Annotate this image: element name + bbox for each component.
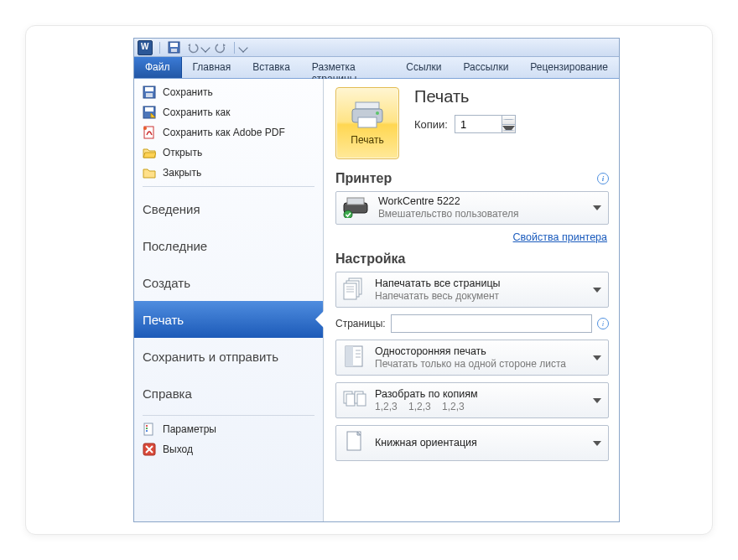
- copies-input[interactable]: [455, 115, 502, 133]
- sidebar-label: Сохранить: [163, 86, 213, 98]
- sidebar-label: Параметры: [163, 423, 216, 435]
- sidebar-open[interactable]: Открыть: [134, 143, 323, 163]
- tab-pagelayout[interactable]: Разметка страницы: [301, 57, 395, 78]
- svg-rect-29: [346, 346, 353, 366]
- svg-rect-5: [146, 93, 153, 97]
- sides-selector[interactable]: Односторонняя печать Печатать только на …: [335, 340, 609, 376]
- pages-label: Страницы:: [335, 318, 386, 329]
- sidebar-share[interactable]: Сохранить и отправить: [134, 338, 323, 375]
- save-icon: [143, 86, 156, 99]
- sidebar-label: Сохранить как Adobe PDF: [163, 127, 285, 138]
- sidebar-recent[interactable]: Последние: [134, 227, 323, 264]
- tab-file[interactable]: Файл: [134, 57, 182, 78]
- ribbon-tabs: Файл Главная Вставка Разметка страницы С…: [134, 57, 619, 79]
- chevron-down-icon: [593, 441, 601, 446]
- pages-input[interactable]: [391, 314, 592, 333]
- print-panel: Печать Печать Копии:: [324, 79, 619, 521]
- printer-properties-link[interactable]: Свойства принтера: [335, 231, 607, 243]
- tab-review[interactable]: Рецензирование: [519, 57, 619, 78]
- sidebar-label: Сохранить как: [163, 106, 230, 118]
- print-button-label: Печать: [351, 134, 383, 146]
- svg-rect-11: [146, 425, 148, 427]
- undo-icon[interactable]: [185, 41, 199, 54]
- svg-rect-15: [356, 102, 379, 109]
- svg-rect-36: [357, 394, 366, 406]
- quick-access-toolbar: [134, 39, 619, 57]
- sidebar-help[interactable]: Справка: [134, 375, 323, 412]
- sidebar-savepdf[interactable]: Сохранить как Adobe PDF: [134, 122, 323, 143]
- save-icon[interactable]: [167, 41, 180, 54]
- tab-home[interactable]: Главная: [182, 57, 242, 78]
- svg-rect-2: [171, 49, 177, 52]
- options-icon: [143, 423, 156, 436]
- pdf-icon: [143, 126, 156, 139]
- word-app-icon: [138, 40, 153, 55]
- sidebar-exit[interactable]: Выход: [134, 439, 323, 459]
- open-folder-icon: [143, 146, 156, 159]
- redo-icon[interactable]: [214, 41, 227, 54]
- printer-section-header: Принтер: [335, 171, 392, 186]
- chevron-down-icon: [593, 205, 601, 210]
- sidebar-save[interactable]: Сохранить: [134, 82, 323, 102]
- printer-status-icon: [341, 196, 370, 220]
- svg-point-9: [143, 127, 147, 130]
- svg-rect-13: [146, 430, 148, 432]
- sidebar-label: Выход: [163, 443, 193, 455]
- copies-down-button[interactable]: [502, 125, 515, 133]
- print-title: Печать: [414, 87, 516, 106]
- copies-up-button[interactable]: [502, 116, 515, 125]
- portrait-icon: [341, 429, 366, 457]
- print-range-selector[interactable]: Напечатать все страницы Напечатать весь …: [335, 272, 609, 308]
- svg-rect-7: [145, 107, 153, 111]
- printer-name: WorkCentre 5222: [378, 195, 518, 208]
- copies-spinner[interactable]: [455, 115, 516, 133]
- exit-icon: [143, 443, 156, 456]
- chevron-down-icon: [593, 355, 601, 360]
- word-backstage-window: Файл Главная Вставка Разметка страницы С…: [133, 38, 620, 522]
- svg-rect-10: [144, 423, 153, 435]
- sidebar-new[interactable]: Создать: [134, 264, 323, 301]
- sidebar-options[interactable]: Параметры: [134, 419, 323, 439]
- sidebar-saveas[interactable]: Сохранить как: [134, 102, 323, 122]
- svg-rect-17: [358, 117, 377, 127]
- svg-rect-12: [146, 428, 148, 429]
- collate-selector[interactable]: Разобрать по копиям 1,2,3 1,2,3 1,2,3: [335, 382, 609, 418]
- tab-mailings[interactable]: Рассылки: [452, 57, 519, 78]
- backstage-sidebar: Сохранить Сохранить как Сохранить как Ad…: [134, 79, 324, 521]
- printer-info-icon[interactable]: i: [597, 173, 609, 184]
- chevron-down-icon: [593, 398, 601, 403]
- svg-rect-20: [347, 198, 364, 205]
- printer-status: Вмешательство пользователя: [378, 208, 518, 220]
- printer-selector[interactable]: WorkCentre 5222 Вмешательство пользовате…: [335, 191, 609, 225]
- sidebar-info[interactable]: Сведения: [134, 190, 323, 227]
- settings-section-header: Настройка: [335, 251, 405, 267]
- svg-rect-4: [145, 87, 153, 91]
- collate-icon: [341, 386, 366, 414]
- svg-point-18: [376, 111, 379, 115]
- sidebar-label: Открыть: [163, 147, 202, 158]
- close-folder-icon: [143, 166, 156, 179]
- svg-rect-34: [346, 394, 355, 406]
- saveas-icon: [143, 106, 156, 119]
- printer-large-icon: [351, 101, 384, 129]
- chevron-down-icon: [593, 288, 601, 293]
- sidebar-label: Закрыть: [163, 167, 201, 179]
- print-button[interactable]: Печать: [335, 87, 399, 159]
- pages-info-icon[interactable]: i: [597, 318, 609, 329]
- sidebar-print[interactable]: Печать: [134, 301, 323, 338]
- copies-label: Копии:: [414, 118, 448, 131]
- svg-rect-1: [170, 43, 178, 47]
- sidebar-close[interactable]: Закрыть: [134, 163, 323, 183]
- undo-dropdown-icon[interactable]: [200, 43, 210, 52]
- pages-stack-icon: [341, 276, 366, 303]
- tab-references[interactable]: Ссылки: [395, 57, 452, 78]
- svg-point-21: [344, 210, 352, 218]
- tab-insert[interactable]: Вставка: [242, 57, 301, 78]
- qat-customize-icon[interactable]: [238, 43, 247, 52]
- orientation-selector[interactable]: Книжная ориентация: [335, 425, 609, 461]
- one-side-page-icon: [341, 344, 366, 371]
